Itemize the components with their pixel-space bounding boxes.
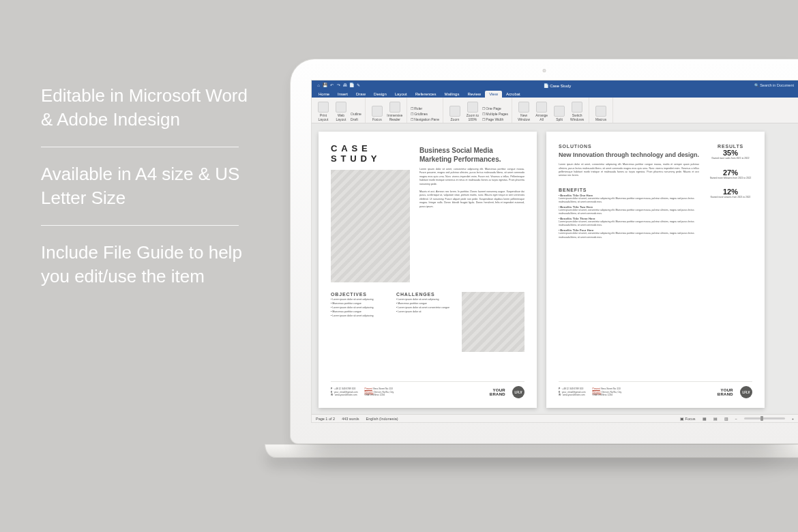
divider [41,147,239,147]
benefits-list: Benefits Title One HereLorem ipsum dolor… [559,194,699,239]
gridlines-checkbox[interactable]: Gridlines [411,112,439,116]
page-footer: P · +48 12 343 6789 100 E · your_email@g… [331,381,524,398]
objectives-title: OBJECTIVES [331,292,387,297]
challenges-title: CHALLENGES [396,292,452,297]
solutions-title: SOLUTIONS [559,144,699,149]
macros-button[interactable]: Macros [593,98,609,121]
new-window-button[interactable]: New Window [516,98,532,121]
save-icon[interactable]: 💾 [323,83,328,88]
brand-logo-icon: LFLV [512,386,524,398]
zoom-slider[interactable] [744,417,785,419]
split-button[interactable]: Split [551,98,567,121]
tab-review[interactable]: Review [463,91,485,98]
tab-mailings[interactable]: Mailings [440,91,463,98]
tab-acrobat[interactable]: Acrobat [502,91,524,98]
outline-option[interactable]: Outline [351,112,361,116]
divider [41,225,239,226]
zoom-out-icon[interactable]: − [735,417,737,421]
paragraph: Lorem ipsum dolor sit amet, consectetur … [419,168,524,186]
laptop-lid: ⌂ 💾 ↶ ↷ 🖶 📄 ✎ Case Study 🔍 Search in Doc… [290,59,798,444]
home-icon[interactable]: ⌂ [316,83,321,89]
camera-icon [543,69,546,72]
laptop-base [265,444,798,458]
focus-mode[interactable]: ▣ Focus [680,417,696,421]
document-title: Case Study [364,83,752,88]
brand-logo-icon: LFLV [740,386,752,398]
promo-line-1: Editable in Microsoft Word & Adobe Indes… [41,78,256,147]
copy-icon[interactable]: 📄 [349,83,354,88]
immersive-reader-button[interactable]: Immersive Reader [387,98,403,121]
draft-option[interactable]: Draft [351,117,361,121]
web-layout-button[interactable]: Web Layout [333,98,349,121]
ribbon-group-zoom: Zoom Zoom to 100% One Page Multiple Page… [443,98,512,123]
titlebar: ⌂ 💾 ↶ ↷ 🖶 📄 ✎ Case Study 🔍 Search in Doc… [312,80,798,90]
word-app: ⌂ 💾 ↶ ↷ 🖶 📄 ✎ Case Study 🔍 Search in Doc… [311,80,798,423]
ruler-checkbox[interactable]: Ruler [411,106,439,110]
solutions-heading: New Innovation through technology and de… [559,151,699,159]
stat-3: 12%Gained more viewers from 2021 to 2022 [709,188,752,199]
document-canvas[interactable]: CASE STUDY Business Social Media Marketi… [312,123,798,414]
edit-icon[interactable]: ✎ [355,83,361,88]
word-count[interactable]: 443 words [342,417,359,421]
promo-panel: Editable in Microsoft Word & Adobe Indes… [41,78,256,304]
ribbon-group-views: Print Layout Web Layout Outline Draft [312,98,366,123]
one-page-option[interactable]: One Page [482,106,508,110]
tab-references[interactable]: References [411,91,441,98]
page-1: CASE STUDY Business Social Media Marketi… [319,132,537,408]
solutions-body: Lorem ipsum dolor sit amet, consectetur … [559,163,699,178]
ribbon: Print Layout Web Layout Outline Draft Fo… [312,98,798,123]
switch-windows-button[interactable]: Switch Windows [569,98,585,121]
paragraph: Mauris et orci. Aenean nec lorem. In por… [419,190,524,209]
tab-view[interactable]: View [485,91,502,98]
ribbon-group-window: New Window Arrange All Split Switch Wind… [512,98,589,123]
multiple-pages-option[interactable]: Multiple Pages [482,112,508,116]
tab-insert[interactable]: Insert [334,91,352,98]
challenges-list: Lorem ipsum dolor sit amet adipiscingMae… [396,298,452,313]
zoom-in-icon[interactable]: + [792,417,794,421]
print-layout-button[interactable]: Print Layout [315,98,331,121]
case-study-title: CASE STUDY [331,144,410,164]
undo-icon[interactable]: ↶ [329,83,334,88]
ribbon-group-immersive: Focus Immersive Reader [366,98,407,123]
image-placeholder [462,292,524,352]
zoom-button[interactable]: Zoom [447,98,463,121]
navpane-checkbox[interactable]: Navigation Pane [411,117,439,121]
stat-2: 27%Gained more followers from 2021 to 20… [709,168,752,180]
search-field[interactable]: 🔍 Search in Document [754,83,794,87]
stat-1: 35%Gained more sales from 2021 to 2022 [709,149,752,160]
tagline: Business Social Media Marketing Performa… [419,147,524,164]
view-read-icon[interactable]: ▤ [713,417,718,421]
page-footer: P · +48 12 343 6789 100 E · your_email@g… [559,381,752,398]
ribbon-tabs: Home Insert Draw Design Layout Reference… [312,90,798,98]
promo-line-2: Available in A4 size & US Letter Size [41,157,256,225]
language-indicator[interactable]: English (Indonesia) [366,417,398,421]
redo-icon[interactable]: ↷ [336,83,341,88]
promo-line-3: Include File Guide to help you edit/use … [41,235,256,304]
zoom-100-button[interactable]: Zoom to 100% [464,98,481,121]
image-placeholder [331,170,410,282]
tab-layout[interactable]: Layout [391,91,411,98]
view-print-icon[interactable]: ▦ [703,417,707,421]
ribbon-group-show: Ruler Gridlines Navigation Pane [407,98,443,123]
arrange-all-button[interactable]: Arrange All [533,98,550,121]
view-web-icon[interactable]: ▥ [724,417,728,421]
quick-access-toolbar: ⌂ 💾 ↶ ↷ 🖶 📄 ✎ [316,83,361,89]
ribbon-group-macros: Macros [589,98,613,123]
print-icon[interactable]: 🖶 [342,83,348,89]
page-indicator[interactable]: Page 1 of 2 [316,417,335,421]
focus-button[interactable]: Focus [369,98,385,121]
page-width-option[interactable]: Page Width [482,117,508,121]
tab-draw[interactable]: Draw [352,91,370,98]
benefits-title: BENEFITS [559,188,699,192]
laptop-mockup: ⌂ 💾 ↶ ↷ 🖶 📄 ✎ Case Study 🔍 Search in Doc… [290,59,798,475]
results-title: RESULTS [709,144,752,149]
tab-home[interactable]: Home [314,91,334,98]
objectives-list: Lorem ipsum dolor sit amet adipiscingMae… [331,298,387,317]
tab-design[interactable]: Design [370,91,391,98]
brand-label: YOURBRAND [490,388,505,396]
status-bar: Page 1 of 2 443 words English (Indonesia… [312,414,798,422]
page-2: SOLUTIONS New Innovation through technol… [546,132,765,408]
